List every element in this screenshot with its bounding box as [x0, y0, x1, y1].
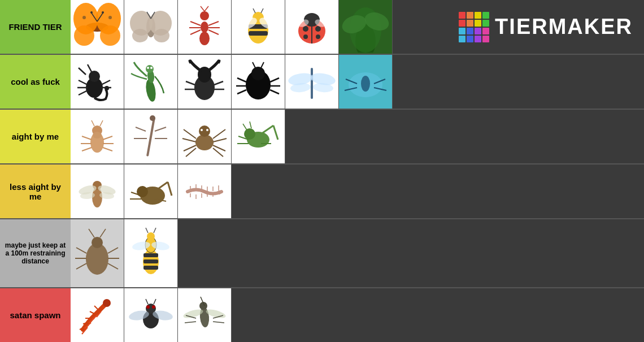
- svg-point-3: [74, 25, 94, 46]
- tier-row-maybe: maybe just keep at a 100m restraining di…: [0, 219, 644, 288]
- logo-grid: [459, 12, 489, 42]
- cool-empty: [393, 55, 644, 109]
- insect-beetle: [232, 55, 285, 109]
- svg-rect-168: [143, 259, 158, 263]
- svg-line-160: [76, 263, 86, 269]
- svg-point-72: [251, 67, 265, 80]
- insect-spider: [178, 110, 232, 163]
- svg-line-158: [76, 248, 86, 253]
- svg-line-194: [146, 299, 148, 304]
- svg-line-76: [270, 78, 279, 82]
- svg-line-202: [185, 322, 196, 323]
- svg-point-15: [154, 29, 169, 42]
- svg-line-195: [154, 299, 156, 304]
- tier-label-cool: cool as fuck: [0, 55, 71, 109]
- svg-point-120: [201, 129, 203, 131]
- svg-rect-169: [143, 266, 158, 270]
- svg-point-14: [132, 29, 148, 42]
- insect-grasshopper: [232, 110, 285, 163]
- tier-row-less: less aight by me: [0, 164, 644, 219]
- insect-stick: [124, 110, 178, 163]
- insect-butterfly: [71, 0, 124, 54]
- tier-row-satan: satan spawn: [0, 288, 644, 342]
- svg-line-124: [261, 125, 273, 134]
- svg-line-129: [243, 124, 247, 130]
- svg-line-106: [136, 127, 146, 131]
- tier-row-aight: aight by me: [0, 110, 644, 164]
- svg-line-163: [108, 263, 118, 269]
- svg-rect-81: [311, 68, 313, 99]
- svg-line-67: [186, 81, 195, 85]
- svg-point-8: [102, 11, 104, 14]
- svg-line-23: [190, 30, 201, 34]
- svg-line-79: [253, 62, 255, 68]
- insect-mantis: [124, 55, 178, 109]
- svg-point-40: [303, 26, 308, 32]
- svg-line-36: [261, 8, 263, 13]
- svg-line-108: [155, 127, 166, 131]
- svg-line-69: [214, 81, 223, 85]
- svg-line-28: [204, 6, 208, 11]
- svg-line-80: [261, 62, 264, 68]
- insect-bee: [232, 0, 285, 54]
- svg-line-116: [213, 129, 225, 138]
- header-logo-area: TiERMAKER: [393, 0, 644, 54]
- svg-point-7: [90, 11, 93, 14]
- svg-point-138: [137, 186, 148, 197]
- svg-line-59: [88, 64, 92, 72]
- svg-line-24: [208, 21, 219, 25]
- insect-cockroach: [71, 219, 124, 287]
- tier-label-friend: FRIEND TIER: [0, 0, 71, 54]
- insect-flyingtermite: [71, 164, 124, 218]
- svg-line-99: [103, 136, 112, 140]
- tier-label-less: less aight by me: [0, 164, 71, 218]
- svg-point-18: [200, 11, 209, 20]
- svg-point-42: [303, 34, 308, 39]
- insect-dragonfly: [285, 55, 339, 109]
- svg-rect-104: [146, 117, 155, 157]
- svg-line-113: [182, 138, 196, 142]
- svg-point-10: [108, 16, 112, 19]
- insect-ant: [178, 0, 232, 54]
- insect-termite: [71, 110, 124, 163]
- insect-waterstrider: [339, 55, 393, 109]
- insect-locust: [124, 164, 178, 218]
- tier-label-aight: aight by me: [0, 110, 71, 163]
- svg-point-193: [152, 305, 155, 309]
- svg-point-121: [206, 129, 208, 131]
- svg-point-88: [361, 76, 370, 92]
- svg-point-19: [201, 21, 208, 33]
- svg-line-53: [79, 80, 88, 85]
- svg-point-111: [199, 125, 210, 137]
- svg-line-98: [82, 148, 92, 151]
- insect-stagbeetle: [178, 55, 232, 109]
- svg-point-63: [147, 67, 149, 69]
- svg-line-112: [184, 129, 196, 138]
- svg-point-20: [199, 32, 210, 45]
- insect-centipede: [71, 288, 124, 342]
- tier-row-friend: FRIEND TIER: [0, 0, 644, 55]
- svg-point-4: [100, 25, 120, 46]
- svg-line-73: [237, 78, 246, 82]
- insect-earwig: [178, 164, 232, 218]
- aight-empty: [285, 110, 644, 163]
- svg-line-55: [79, 90, 88, 95]
- tiermaker-logo: TiERMAKER: [459, 12, 633, 42]
- svg-line-130: [250, 122, 251, 128]
- svg-point-174: [147, 232, 155, 240]
- insect-moth: [124, 0, 178, 54]
- insect-mosquito: [178, 288, 232, 342]
- svg-point-64: [150, 67, 153, 69]
- svg-line-103: [100, 120, 103, 126]
- svg-line-26: [208, 30, 219, 34]
- svg-point-9: [82, 16, 86, 19]
- tier-table: FRIEND TIER: [0, 0, 644, 342]
- svg-line-75: [237, 90, 246, 94]
- svg-line-96: [82, 136, 92, 140]
- insect-scorpion: [71, 55, 124, 109]
- svg-line-56: [101, 80, 110, 85]
- tier-label-maybe: maybe just keep at a 100m restraining di…: [0, 219, 71, 287]
- svg-line-125: [273, 125, 278, 140]
- svg-line-161: [108, 248, 118, 253]
- svg-line-175: [146, 228, 148, 233]
